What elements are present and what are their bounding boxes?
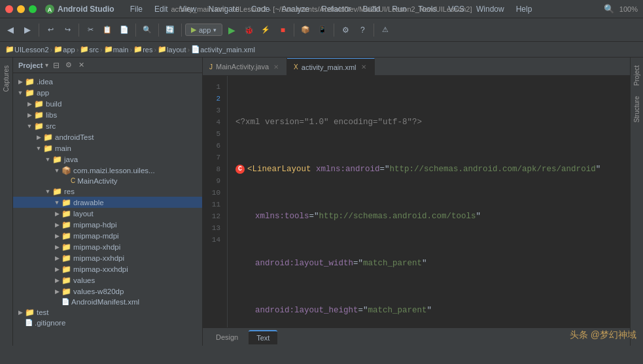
tree-arrow-mipmap-xxxhdpi: ▶	[52, 266, 61, 273]
structure-tab-right[interactable]: Structure	[632, 91, 642, 128]
tree-item-app[interactable]: ▼ 📁 app	[13, 87, 202, 98]
tree-item-idea[interactable]: ▶ 📁 .idea	[13, 76, 202, 87]
code-content[interactable]: <?xml version="1.0" encoding="utf-8"?> C…	[228, 76, 630, 327]
tree-item-mipmap-xxhdpi[interactable]: ▶ 📁 mipmap-xxhdpi	[13, 252, 202, 263]
breadcrumb-item-0[interactable]: UILesson2	[14, 46, 49, 54]
captures-tab[interactable]: Captures	[1, 60, 11, 97]
tree-item-java[interactable]: ▼ 📁 java	[13, 154, 202, 165]
breadcrumb-sep-1: ›	[77, 46, 79, 54]
attach-debugger-button[interactable]: ⚡	[258, 22, 273, 38]
menu-help[interactable]: Help	[511, 3, 538, 15]
tree-item-values[interactable]: ▶ 📁 values	[13, 274, 202, 286]
tab-design[interactable]: Design	[208, 331, 246, 344]
settings-button[interactable]: ⚙	[338, 22, 353, 38]
tree-arrow-res: ▼	[43, 188, 52, 195]
tab-activity-main-close[interactable]: ✕	[360, 63, 368, 71]
breadcrumb-item-4[interactable]: res	[143, 46, 152, 54]
tree-item-test[interactable]: ▶ 📁 test	[13, 306, 202, 318]
settings-icon[interactable]: ⚙	[63, 60, 74, 71]
maximize-button[interactable]	[29, 5, 37, 13]
breadcrumb-item-3[interactable]: main	[113, 46, 129, 54]
tab-text[interactable]: Text	[249, 330, 277, 344]
tree-arrow-libs: ▶	[25, 112, 34, 118]
tab-mainactivity[interactable]: J MainActivity.java ✕	[203, 58, 287, 75]
project-dropdown-arrow[interactable]: ▾	[45, 61, 48, 69]
tree-item-drawable[interactable]: ▼ 📁 drawable	[13, 197, 202, 208]
line-num-5: 5	[203, 128, 224, 140]
sync-button[interactable]: 🔄	[162, 22, 178, 38]
close-button[interactable]	[5, 5, 13, 13]
androidtest-folder-icon: 📁	[43, 133, 53, 142]
tree-item-androidmanifest[interactable]: 📄 AndroidManifest.xml	[13, 297, 202, 306]
event-log-button[interactable]: ⚠	[377, 22, 393, 38]
run-config-arrow: ▾	[213, 27, 217, 33]
menu-window[interactable]: Window	[471, 3, 510, 15]
close-panel-icon[interactable]: ✕	[76, 60, 86, 71]
tab-mainactivity-close[interactable]: ✕	[272, 63, 280, 71]
tree-item-src[interactable]: ▼ 📁 src	[13, 120, 202, 131]
debug-button[interactable]: 🐞	[241, 22, 256, 38]
cut-button[interactable]: ✂	[82, 22, 98, 38]
breadcrumb-sep-3: ›	[130, 46, 132, 54]
minimize-button[interactable]	[17, 5, 25, 13]
tree-item-values-w820dp[interactable]: ▶ 📁 values-w820dp	[13, 286, 202, 297]
tree-item-mipmap-mdpi[interactable]: ▶ 📁 mipmap-mdpi	[13, 230, 202, 241]
tree-item-package[interactable]: ▼ 📦 com.maizi.lesson.uiles...	[13, 165, 202, 176]
paste-button[interactable]: 📄	[116, 22, 132, 38]
undo-button[interactable]: ↩	[43, 22, 58, 38]
forward-button[interactable]: ▶	[20, 22, 35, 38]
left-panel-tabs: Captures	[0, 58, 13, 346]
menu-edit[interactable]: Edit	[149, 3, 173, 15]
redo-button[interactable]: ↪	[60, 22, 75, 38]
line-num-10: 10	[203, 187, 224, 199]
zoom-level: 100%	[619, 5, 638, 13]
code-editor[interactable]: 1 2 3 4 5 6 7 8 9 10 11 12 13 14 <?xml v…	[203, 76, 630, 327]
android-studio-icon: A	[44, 4, 55, 14]
tree-item-res[interactable]: ▼ 📁 res	[13, 186, 202, 197]
run-button[interactable]: ▶	[224, 22, 239, 38]
avd-manager-button[interactable]: 📱	[315, 22, 330, 38]
search-everywhere-button[interactable]: 🔍	[139, 22, 155, 38]
toolbar-separator-5	[181, 24, 182, 37]
search-icon[interactable]: 🔍	[604, 4, 614, 14]
tree-item-main[interactable]: ▼ 📁 main	[13, 142, 202, 154]
breadcrumb-folder-icon-5: 📁	[158, 45, 167, 54]
mipmap-xxxhdpi-folder-icon: 📁	[61, 265, 71, 274]
tree-item-build[interactable]: ▶ 📁 build	[13, 98, 202, 109]
collapse-all-icon[interactable]: ⊟	[51, 60, 61, 71]
back-button[interactable]: ◀	[3, 22, 18, 38]
tab-xml-icon: X	[294, 63, 298, 71]
mipmap-xxxhdpi-label: mipmap-xxxhdpi	[73, 265, 128, 273]
breadcrumb-item-5[interactable]: layout	[167, 46, 186, 54]
breadcrumb-item-6[interactable]: activity_main.xml	[200, 46, 255, 54]
drawable-folder-icon: 📁	[61, 198, 71, 207]
tree-item-mainactivity[interactable]: C MainActivity	[13, 176, 202, 186]
tree-item-gitignore[interactable]: 📄 .gitignore	[13, 318, 202, 327]
tree-arrow-layout: ▶	[52, 210, 61, 217]
breadcrumb-item-2[interactable]: src	[89, 46, 99, 54]
code-equals-4: ="	[353, 257, 363, 269]
tree-item-mipmap-xhdpi[interactable]: ▶ 📁 mipmap-xhdpi	[13, 241, 202, 252]
tree-item-layout[interactable]: ▶ 📁 layout	[13, 208, 202, 219]
menu-file[interactable]: File	[125, 3, 148, 15]
tree-item-androidtest[interactable]: ▶ 📁 androidTest	[13, 131, 202, 142]
breadcrumb-item-1[interactable]: app	[63, 46, 75, 54]
run-configuration[interactable]: ▶ app ▾	[185, 24, 222, 36]
copy-button[interactable]: 📋	[99, 22, 115, 38]
code-attr-xmlns-tools: xmlns:tools	[255, 210, 309, 222]
sdk-manager-button[interactable]: 📦	[298, 22, 313, 38]
build-folder-icon: 📁	[34, 99, 44, 108]
traffic-lights	[5, 5, 37, 13]
tree-item-mipmap-xxxhdpi[interactable]: ▶ 📁 mipmap-xxxhdpi	[13, 263, 202, 274]
src-folder-icon: 📁	[34, 122, 44, 131]
code-quote-close-3: "	[476, 210, 481, 222]
code-line-4: android:layout_width =" match_parent "	[235, 257, 630, 269]
tab-activity-main[interactable]: X activity_main.xml ✕	[287, 58, 374, 75]
project-tab-right[interactable]: Project	[632, 60, 642, 91]
help-button[interactable]: ?	[355, 22, 370, 38]
stop-button[interactable]: ■	[275, 22, 290, 38]
code-val-xmlns-tools: http://schemas.android.com/tools	[319, 210, 476, 222]
tree-item-mipmap-hdpi[interactable]: ▶ 📁 mipmap-hdpi	[13, 219, 202, 230]
toolbar-separator-6	[294, 24, 294, 37]
tree-item-libs[interactable]: ▶ 📁 libs	[13, 109, 202, 120]
